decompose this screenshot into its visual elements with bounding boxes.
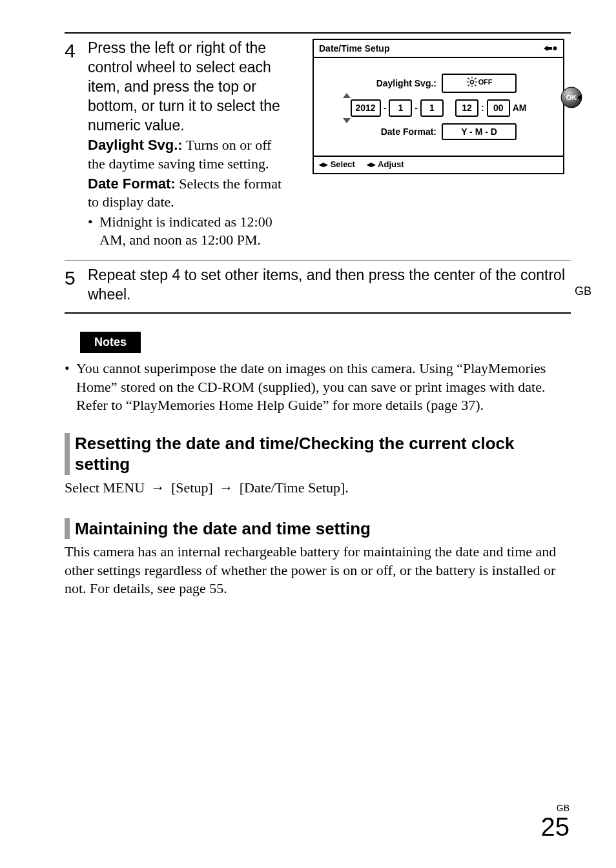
page-number: 25 xyxy=(541,814,570,840)
dateformat-label: Date Format: xyxy=(88,176,176,192)
up-arrow-icon xyxy=(343,93,351,98)
select-text: Select xyxy=(331,159,355,169)
step4-text: Press the left or right of the control w… xyxy=(88,39,296,250)
footer-gb: GB xyxy=(541,803,570,812)
reset-mid2: [Date/Time Setup]. xyxy=(236,479,349,496)
notes-text: You cannot superimpose the date on image… xyxy=(76,359,571,415)
arrow-icon: → xyxy=(216,479,236,496)
midnight-text: Midnight is indicated as 12:00 AM, and n… xyxy=(99,213,288,250)
svg-point-12 xyxy=(578,96,582,99)
hour-box: 12 xyxy=(455,99,478,116)
heading-reset-text: Resetting the date and time/Checking the… xyxy=(75,433,571,475)
heading-maintain-text: Maintaining the date and time setting xyxy=(75,518,371,540)
dateformat-desc: Date Format: Selects the format to displ… xyxy=(88,175,288,212)
adjust-hint: ◂▸ Adjust xyxy=(367,159,404,170)
dst-label: Daylight Svg.: xyxy=(359,77,440,89)
step-number: 4 xyxy=(65,39,88,250)
notes-heading: Notes xyxy=(80,332,141,353)
year-box: 2012 xyxy=(351,99,381,116)
reset-paragraph: Select MENU → [Setup] → [Date/Time Setup… xyxy=(65,479,571,498)
step5-instruction: Repeat step 4 to set other items, and th… xyxy=(88,266,571,305)
ud-arrow-icon: ◂▸ xyxy=(367,159,376,169)
svg-line-8 xyxy=(467,85,469,86)
maintain-paragraph: This camera has an internal rechargeable… xyxy=(65,543,571,598)
ampm-text: AM xyxy=(511,102,528,114)
arrow-icon: → xyxy=(149,479,168,496)
reset-pre: Select MENU xyxy=(65,479,149,496)
format-value: Y - M - D xyxy=(442,123,517,140)
top-rule xyxy=(65,32,571,34)
format-label: Date Format: xyxy=(359,126,440,137)
ok-button-icon: OK xyxy=(560,86,582,108)
minute-box: 00 xyxy=(487,99,510,116)
format-row: Date Format: Y - M - D xyxy=(320,123,557,140)
screenshot-titlebar: Date/Time Setup xyxy=(314,40,563,58)
adjust-text: Adjust xyxy=(378,159,404,169)
notes-section: Notes • You cannot superimpose the date … xyxy=(65,332,571,415)
step-body: Press the left or right of the control w… xyxy=(88,39,571,250)
step4-instruction: Press the left or right of the control w… xyxy=(88,39,288,135)
svg-line-6 xyxy=(467,78,469,79)
step-5: 5 Repeat step 4 to set other items, and … xyxy=(65,266,571,305)
notes-item: • You cannot superimpose the date on ima… xyxy=(65,359,571,415)
back-icon xyxy=(541,43,558,54)
daylight-label: Daylight Svg.: xyxy=(88,137,183,153)
dst-row: Daylight Svg.: OFF xyxy=(320,74,557,93)
heading-bar-icon xyxy=(65,433,70,475)
select-hint: ◂▸ Select xyxy=(319,159,355,170)
svg-text:OK: OK xyxy=(566,94,577,101)
heading-bar-icon xyxy=(65,518,70,540)
day-box: 1 xyxy=(420,99,444,116)
lr-arrow-icon: ◂▸ xyxy=(319,159,328,169)
datetime-row: 2012 - 1 - 1 12 : 00 AM xyxy=(320,99,557,116)
rule xyxy=(65,312,571,314)
month-box: 1 xyxy=(389,99,412,116)
reset-mid1: [Setup] xyxy=(168,479,217,496)
step-number: 5 xyxy=(65,266,88,305)
screenshot-title: Date/Time Setup xyxy=(319,43,389,54)
heading-reset: Resetting the date and time/Checking the… xyxy=(65,433,571,475)
daylight-desc: Daylight Svg.: Turns on or off the dayti… xyxy=(88,136,288,173)
midnight-note: • Midnight is indicated as 12:00 AM, and… xyxy=(88,213,288,250)
svg-line-9 xyxy=(475,78,476,79)
step-divider xyxy=(65,260,571,261)
sun-off-icon: OFF xyxy=(466,76,493,88)
dst-value-text: OFF xyxy=(478,77,493,86)
svg-line-7 xyxy=(475,85,476,86)
svg-point-1 xyxy=(470,80,473,83)
page-footer: GB 25 xyxy=(541,803,570,840)
svg-point-0 xyxy=(553,46,557,50)
manual-page: 4 Press the left or right of the control… xyxy=(0,0,616,868)
heading-maintain: Maintaining the date and time setting xyxy=(65,518,571,540)
screenshot-footer: ◂▸ Select ◂▸ Adjust xyxy=(314,156,563,173)
step-4: 4 Press the left or right of the control… xyxy=(65,39,571,250)
language-badge: GB xyxy=(575,284,591,299)
dst-value: OFF xyxy=(442,74,517,93)
down-arrow-icon xyxy=(343,118,351,123)
camera-screenshot: Date/Time Setup Daylight Svg.: xyxy=(313,39,571,174)
